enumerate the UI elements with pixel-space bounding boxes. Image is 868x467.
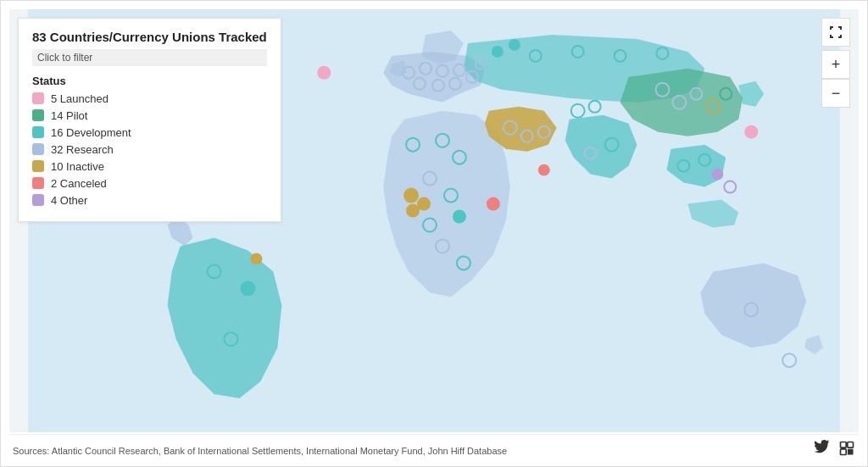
legend-dot-launched	[32, 92, 44, 104]
legend-text-launched: 5 Launched	[51, 92, 108, 105]
legend-item-other[interactable]: 4 Other	[32, 194, 267, 207]
svg-point-55	[538, 164, 550, 176]
svg-point-58	[509, 39, 520, 51]
legend-text-development: 16 Development	[51, 126, 131, 139]
legend-dot-canceled	[32, 177, 44, 189]
zoom-in-button[interactable]: +	[821, 50, 850, 79]
sources-text: Sources: Atlantic Council Research, Bank…	[13, 446, 507, 456]
svg-point-42	[711, 169, 723, 181]
legend-item-research[interactable]: 32 Research	[32, 143, 267, 156]
svg-point-53	[317, 66, 331, 80]
svg-point-56	[487, 197, 500, 211]
legend-dot-other	[32, 194, 44, 206]
svg-point-25	[453, 210, 466, 224]
legend-dot-inactive	[32, 160, 44, 172]
filter-hint[interactable]: Click to filter	[32, 49, 267, 66]
legend-dot-development	[32, 126, 44, 138]
zoom-out-button[interactable]: −	[821, 79, 850, 108]
svg-point-54	[744, 125, 758, 139]
svg-rect-61	[841, 449, 847, 455]
share-icon[interactable]	[838, 440, 855, 461]
legend-dot-research	[32, 143, 44, 155]
legend-item-inactive[interactable]: 10 Inactive	[32, 160, 267, 173]
legend-item-launched[interactable]: 5 Launched	[32, 92, 267, 105]
legend-text-canceled: 2 Canceled	[51, 177, 107, 190]
map-controls: + −	[821, 18, 850, 108]
legend-items-container: 5 Launched14 Pilot16 Development32 Resea…	[32, 92, 267, 207]
svg-point-9	[250, 253, 262, 264]
expand-button[interactable]	[821, 18, 850, 47]
legend-title: 83 Countries/Currency Unions Tracked	[32, 29, 267, 46]
footer: Sources: Atlantic Council Research, Bank…	[9, 434, 859, 466]
legend-panel: 83 Countries/Currency Unions Tracked Cli…	[18, 18, 281, 222]
svg-point-52	[406, 204, 420, 218]
legend-text-other: 4 Other	[51, 194, 87, 207]
svg-rect-62	[848, 449, 854, 455]
svg-point-8	[240, 281, 255, 296]
status-label: Status	[32, 75, 267, 87]
legend-text-pilot: 14 Pilot	[51, 109, 87, 122]
legend-dot-pilot	[32, 109, 44, 121]
legend-text-inactive: 10 Inactive	[51, 160, 104, 173]
legend-item-development[interactable]: 16 Development	[32, 126, 267, 139]
svg-point-57	[492, 46, 504, 58]
footer-icons	[813, 440, 855, 461]
svg-rect-60	[848, 442, 854, 448]
legend-item-pilot[interactable]: 14 Pilot	[32, 109, 267, 122]
main-container: 83 Countries/Currency Unions Tracked Cli…	[0, 0, 868, 467]
svg-rect-59	[841, 442, 847, 448]
twitter-icon[interactable]	[813, 440, 830, 461]
map-area: 83 Countries/Currency Unions Tracked Cli…	[9, 9, 859, 432]
legend-text-research: 32 Research	[51, 143, 114, 156]
legend-item-canceled[interactable]: 2 Canceled	[32, 177, 267, 190]
svg-point-50	[403, 188, 419, 203]
